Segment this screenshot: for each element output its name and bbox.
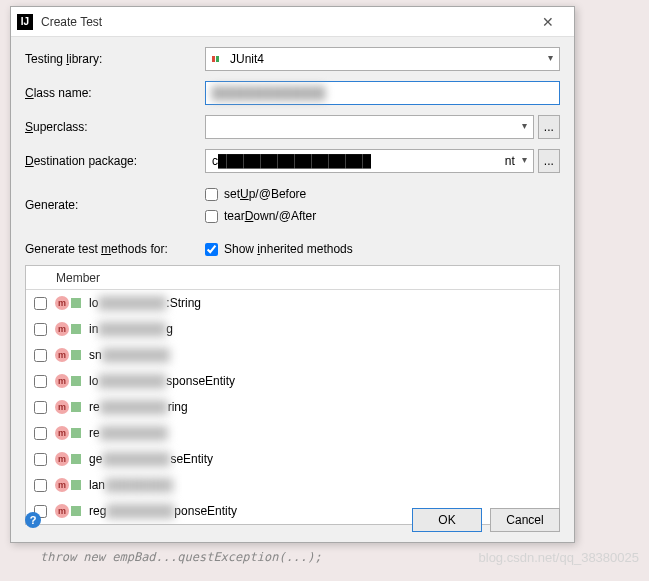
methods-list[interactable]: mlo████████:Stringmin████████gmsn███████… (26, 290, 559, 524)
methods-table: Member mlo████████:Stringmin████████gmsn… (25, 265, 560, 525)
method-name: lan████████ (89, 478, 173, 492)
public-icon (71, 324, 81, 334)
class-name-label: Class name: (25, 86, 205, 100)
svg-rect-0 (212, 56, 215, 62)
testing-library-label: Testing library: (25, 52, 205, 66)
method-checkbox[interactable] (34, 375, 47, 388)
dialog-title: Create Test (41, 15, 528, 29)
class-name-input[interactable]: ████████████ (205, 81, 560, 105)
public-icon (71, 454, 81, 464)
method-icon: m (55, 478, 69, 492)
ok-button[interactable]: OK (412, 508, 482, 532)
setup-checkbox[interactable] (205, 188, 218, 201)
intellij-icon: IJ (17, 14, 33, 30)
dialog-content: Testing library: JUnit4 ▾ Class name: ██… (11, 37, 574, 531)
destination-label: Destination package: (25, 154, 205, 168)
method-name: ge████████seEntity (89, 452, 213, 466)
method-checkbox[interactable] (34, 297, 47, 310)
method-checkbox[interactable] (34, 349, 47, 362)
destination-combo[interactable]: c ██████████████████ nt ▾ (205, 149, 534, 173)
table-row[interactable]: mlo████████:String (26, 290, 559, 316)
method-icon: m (55, 374, 69, 388)
table-row[interactable]: mre████████ring (26, 394, 559, 420)
method-name: in████████g (89, 322, 173, 336)
methods-for-label: Generate test methods for: (25, 242, 205, 256)
method-checkbox[interactable] (34, 479, 47, 492)
superclass-combo[interactable]: ▾ (205, 115, 534, 139)
testing-library-combo[interactable]: JUnit4 ▾ (205, 47, 560, 71)
method-icon: m (55, 400, 69, 414)
public-icon (71, 402, 81, 412)
show-inherited-checkbox[interactable] (205, 243, 218, 256)
method-name: re████████ (89, 426, 168, 440)
method-checkbox[interactable] (34, 453, 47, 466)
watermark: blog.csdn.net/qq_38380025 (479, 550, 639, 565)
show-inherited-label: Show inherited methods (224, 242, 353, 256)
chevron-down-icon: ▾ (522, 120, 527, 131)
teardown-checkbox[interactable] (205, 210, 218, 223)
dialog-footer: ? OK Cancel (25, 508, 560, 532)
table-row[interactable]: mlo████████sponseEntity (26, 368, 559, 394)
member-column-header: Member (26, 266, 559, 290)
table-row[interactable]: min████████g (26, 316, 559, 342)
method-name: lo████████sponseEntity (89, 374, 235, 388)
method-name: re████████ring (89, 400, 188, 414)
method-name: sn████████ (89, 348, 170, 362)
table-row[interactable]: mlan████████ (26, 472, 559, 498)
generate-label: Generate: (25, 198, 205, 212)
public-icon (71, 480, 81, 490)
chevron-down-icon: ▾ (522, 154, 527, 165)
titlebar: IJ Create Test ✕ (11, 7, 574, 37)
setup-label: setUp/@Before (224, 187, 306, 201)
svg-rect-1 (216, 56, 219, 62)
junit-icon (212, 53, 224, 65)
method-name: lo████████:String (89, 296, 201, 310)
public-icon (71, 376, 81, 386)
public-icon (71, 350, 81, 360)
superclass-label: Superclass: (25, 120, 205, 134)
table-row[interactable]: msn████████ (26, 342, 559, 368)
method-icon: m (55, 322, 69, 336)
method-checkbox[interactable] (34, 427, 47, 440)
close-icon[interactable]: ✕ (528, 14, 568, 30)
table-row[interactable]: mge████████seEntity (26, 446, 559, 472)
help-icon[interactable]: ? (25, 512, 41, 528)
method-icon: m (55, 348, 69, 362)
create-test-dialog: IJ Create Test ✕ Testing library: JUnit4… (10, 6, 575, 543)
public-icon (71, 298, 81, 308)
method-icon: m (55, 426, 69, 440)
browse-superclass-button[interactable]: ... (538, 115, 560, 139)
testing-library-value: JUnit4 (230, 52, 264, 66)
cancel-button[interactable]: Cancel (490, 508, 560, 532)
teardown-label: tearDown/@After (224, 209, 316, 223)
table-row[interactable]: mre████████ (26, 420, 559, 446)
method-icon: m (55, 296, 69, 310)
method-checkbox[interactable] (34, 323, 47, 336)
method-icon: m (55, 452, 69, 466)
chevron-down-icon: ▾ (548, 52, 553, 63)
browse-destination-button[interactable]: ... (538, 149, 560, 173)
public-icon (71, 428, 81, 438)
method-checkbox[interactable] (34, 401, 47, 414)
